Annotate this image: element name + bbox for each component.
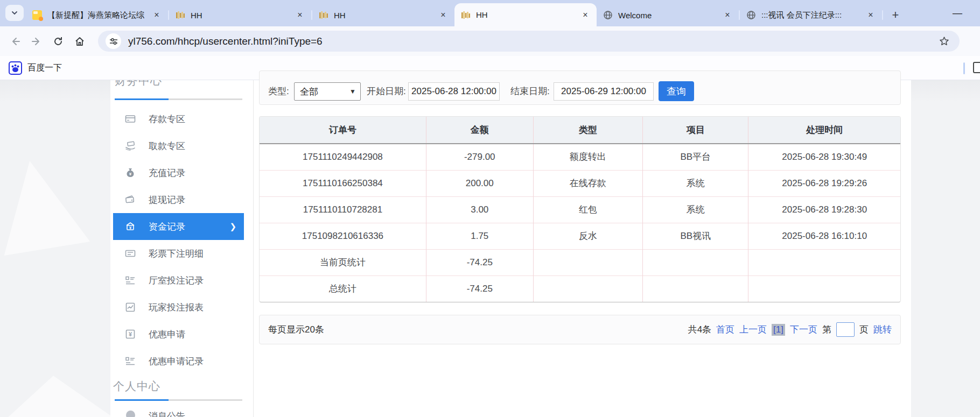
close-icon[interactable]: × — [579, 9, 591, 21]
sidebar-item-label: 资金记录 — [149, 221, 185, 233]
sidebar-item-label: 厅室投注记录 — [149, 274, 204, 287]
tab-search-button[interactable] — [5, 5, 24, 21]
type-select[interactable]: 全部 ▼ — [294, 82, 361, 101]
start-date-input[interactable]: 2025-06-28 12:00:00 — [408, 82, 500, 101]
first-page-link[interactable]: 首页 — [716, 323, 734, 336]
filter-panel: 类型: 全部 ▼ 开始日期: 2025-06-28 12:00:00 结束日期:… — [259, 70, 901, 105]
chevron-right-icon: ❯ — [229, 222, 236, 231]
sidebar-item-lottery-bet-detail[interactable]: 彩票下注明细 — [113, 240, 244, 267]
cell-order: 1751098210616336 — [260, 223, 426, 249]
sidebar-item-deposit-zone[interactable]: 存款专区 — [113, 105, 244, 132]
tab-bar: 【新提醒】海燕策略论坛综 × HH × HH × — [0, 0, 980, 26]
sidebar-item-label: 优惠申请 — [149, 328, 185, 341]
sidebar-item-label: 消息公告 — [149, 408, 185, 417]
bookmark-label: 百度一下 — [27, 62, 62, 74]
col-type: 类型 — [533, 117, 642, 144]
cell-order: 1751110166250384 — [260, 170, 426, 196]
cell-amount: 3.00 — [426, 196, 533, 223]
tab-hh-2[interactable]: HH × — [312, 4, 454, 26]
bookmarks-separator — [963, 62, 965, 74]
gold-bars-icon — [461, 10, 471, 20]
table-row: 1751110110728281 3.00 红包 系统 2025-06-28 1… — [260, 196, 900, 223]
sidebar-item-message[interactable]: 消息公告 — [113, 408, 244, 417]
sidebar-item-promo-apply[interactable]: ¥ 优惠申请 — [113, 321, 244, 348]
home-button[interactable] — [69, 31, 90, 52]
jump-link[interactable]: 跳转 — [873, 323, 892, 336]
minimize-button[interactable]: — — [948, 4, 967, 22]
gray-dot-icon — [126, 411, 135, 417]
forward-button[interactable] — [26, 31, 47, 52]
sidebar-item-label: 优惠申请记录 — [149, 355, 204, 367]
per-page-text: 每页显示20条 — [268, 323, 324, 336]
new-tab-button[interactable]: + — [887, 7, 904, 23]
close-icon[interactable]: × — [865, 9, 877, 21]
svg-text:¥: ¥ — [129, 331, 132, 337]
cell-type: 在线存款 — [533, 170, 642, 196]
reload-button[interactable] — [47, 31, 69, 52]
tab-hh-active[interactable]: HH × — [454, 3, 597, 26]
sidebar-menu: 存款专区 取款专区 ¥ 充值记录 — [113, 105, 244, 374]
bookmark-star-icon[interactable] — [936, 33, 952, 50]
gold-bars-icon — [176, 10, 185, 20]
close-icon[interactable]: × — [437, 9, 449, 21]
back-button[interactable] — [4, 31, 26, 52]
url-text[interactable]: yl756.com/hhcp/usercenter.html?iniType=6 — [128, 36, 936, 47]
browser-toolbar: yl756.com/hhcp/usercenter.html?iniType=6 — [0, 26, 980, 56]
tab-welcome[interactable]: Welcome × — [597, 4, 739, 26]
back-arrow-icon — [10, 36, 20, 47]
sidebar-item-hall-bet-record[interactable]: 厅室投注记录 — [113, 267, 244, 294]
search-button[interactable]: 查询 — [659, 81, 694, 101]
sidebar-item-withdrawal-record[interactable]: 提现记录 — [113, 186, 244, 213]
tab-title: HH — [476, 10, 579, 19]
close-icon[interactable]: × — [722, 9, 733, 21]
cell-project: BB视讯 — [643, 223, 748, 249]
prev-page-link[interactable]: 上一页 — [739, 323, 767, 336]
tab-title: HH — [334, 11, 437, 20]
sidebar-item-withdraw-zone[interactable]: 取款专区 — [113, 132, 244, 159]
wallet-out-icon — [125, 194, 136, 205]
background-triangle — [0, 156, 102, 263]
tab-forum[interactable]: 【新提醒】海燕策略论坛综 × — [26, 4, 168, 26]
sidebar-item-funds-record[interactable]: ¥ 资金记录 ❯ — [113, 213, 244, 240]
tab-strip: 【新提醒】海燕策略论坛综 × HH × HH × — [26, 0, 904, 26]
cell-order: 1751110249442908 — [260, 144, 426, 170]
col-time: 处理时间 — [748, 117, 900, 144]
cell-project: 系统 — [643, 196, 748, 223]
section-title-personal: 个人中心 — [113, 379, 244, 394]
page-number-input[interactable] — [836, 322, 855, 337]
sidebar-item-player-bet-report[interactable]: 玩家投注报表 — [113, 294, 244, 321]
home-icon — [74, 36, 85, 47]
page-content: 财务中心 存款专区 取款专区 — [0, 80, 980, 417]
money-bag-icon: ¥ — [125, 167, 136, 178]
bookmark-baidu[interactable]: 百度一下 — [9, 61, 62, 75]
sidebar: 财务中心 存款专区 取款专区 — [113, 80, 244, 417]
sidebar-item-recharge-record[interactable]: ¥ 充值记录 — [113, 159, 244, 186]
table-header-row: 订单号 金额 类型 项目 处理时间 — [260, 117, 900, 144]
col-amount: 金额 — [426, 117, 533, 144]
sidebar-item-label: 充值记录 — [149, 167, 185, 179]
cell-type: 反水 — [533, 223, 642, 249]
site-settings-icon[interactable] — [106, 33, 121, 49]
cell-time: 2025-06-28 19:29:26 — [748, 170, 900, 196]
tab-shixun[interactable]: :::视讯 会员下注纪录::: × — [740, 4, 882, 26]
side-panel-icon[interactable] — [973, 62, 980, 73]
main-container: 财务中心 存款专区 取款专区 — [110, 80, 911, 417]
close-icon[interactable]: × — [151, 9, 163, 21]
table-row: 1751110166250384 200.00 在线存款 系统 2025-06-… — [260, 170, 900, 196]
background-triangle — [0, 365, 118, 417]
tab-hh-1[interactable]: HH × — [169, 4, 311, 26]
report-chart-icon — [125, 302, 136, 313]
end-date-input[interactable]: 2025-06-29 12:00:00 — [554, 82, 654, 101]
promo-list-icon — [125, 356, 136, 366]
cell-time: 2025-06-28 19:28:30 — [748, 196, 900, 223]
close-icon[interactable]: × — [294, 9, 306, 21]
sidebar-item-label: 取款专区 — [149, 140, 185, 152]
cell-amount: -74.25 — [426, 249, 533, 275]
cell-type: 额度转出 — [533, 144, 642, 170]
svg-text:¥: ¥ — [129, 225, 132, 230]
sidebar-item-promo-apply-record[interactable]: 优惠申请记录 — [113, 348, 244, 374]
next-page-link[interactable]: 下一页 — [790, 323, 817, 336]
address-bar[interactable]: yl756.com/hhcp/usercenter.html?iniType=6 — [98, 31, 960, 52]
cell-amount: -74.25 — [426, 275, 533, 302]
section-title-finance: 财务中心 — [115, 80, 244, 88]
